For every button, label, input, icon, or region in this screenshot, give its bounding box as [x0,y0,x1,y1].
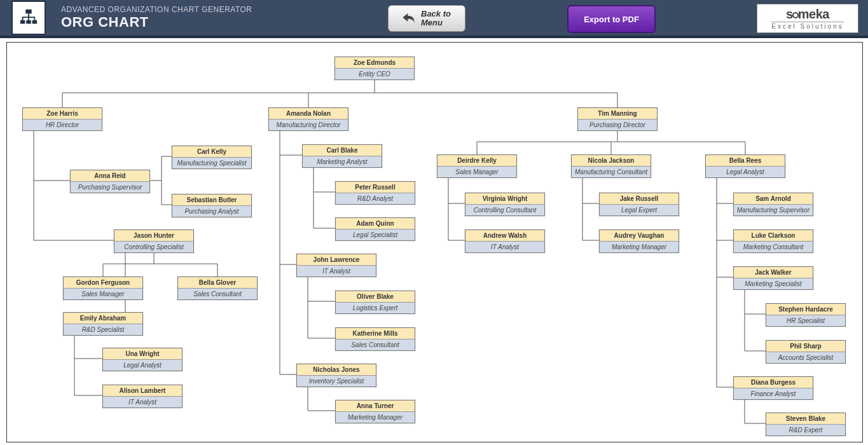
org-node: Jason HunterControlling Specialist [114,229,194,253]
org-node: John LawrenceIT Analyst [296,254,376,277]
node-role: Finance Analyst [734,388,813,399]
org-node: Peter RussellR&D Analyst [335,181,415,205]
node-role: Sales Manager [64,289,142,299]
node-role: Marketing Specialist [734,278,813,289]
node-name: Steven Blake [766,413,845,425]
node-name: Jack Walker [734,267,813,278]
node-role: Legal Analyst [706,167,785,177]
node-name: Adam Quinn [336,218,415,229]
node-name: Una Wright [103,348,182,360]
org-node: Bella GloverSales Consultant [177,277,258,300]
node-role: Entity CEO [335,69,414,79]
node-role: Marketing Analyst [303,156,382,167]
org-node: Anna TurnerMarketing Manager [335,400,415,423]
node-role: Legal Expert [600,205,679,216]
node-role: Purchasing Analyst [172,206,251,217]
node-name: Nicola Jackson [572,155,651,167]
node-role: Legal Analyst [103,360,182,371]
app-subtitle: ADVANCED ORGANIZATION CHART GENERATOR [61,5,252,14]
org-node: Luke ClarksonMarketing Consultant [733,229,813,253]
org-node: Stephen HardacreHR Specialist [766,303,846,327]
org-node: Amanda NolanManufacturing Director [268,107,348,131]
node-name: Bella Rees [706,155,785,167]
node-name: Luke Clarkson [734,230,813,242]
node-name: Sam Arnold [734,193,813,205]
node-name: Jason Hunter [114,230,193,242]
node-role: Controlling Specialist [114,242,193,252]
org-chart-canvas: Zoe EdmundsEntity CEOZoe HarrisHR Direct… [6,42,863,442]
org-node: Andrew WalshIT Analyst [465,229,545,253]
node-role: IT Analyst [297,266,376,277]
org-node: Anna ReidPurchasing Supervisor [70,170,150,193]
header-titles: ADVANCED ORGANIZATION CHART GENERATOR OR… [61,5,252,31]
org-node: Diana BurgessFinance Analyst [733,376,813,400]
svg-rect-2 [26,20,31,24]
node-role: Sales Consultant [178,289,257,299]
node-name: Amanda Nolan [269,108,348,120]
org-node: Zoe EdmundsEntity CEO [334,57,415,80]
undo-arrow-icon [401,10,417,27]
node-role: Purchasing Supervisor [71,182,149,193]
node-name: Zoe Harris [23,108,102,120]
node-role: Inventory Specialist [297,376,376,387]
node-name: Carl Kelly [172,146,251,158]
node-name: Gordon Ferguson [64,277,142,289]
back-to-menu-button[interactable]: Back to Menu [388,5,465,32]
export-pdf-button[interactable]: Export to PDF [567,5,656,33]
svg-rect-1 [20,20,25,24]
org-node: Phil SharpAccounts Specialist [766,340,846,364]
brand-logo: smeka Excel Solutions [757,4,858,33]
org-node: Jack WalkerMarketing Specialist [733,266,813,290]
org-node: Carl BlakeMarketing Analyst [302,144,382,168]
node-role: Manufacturing Specialist [172,158,251,168]
node-name: Stephen Hardacre [766,304,845,315]
node-name: Carl Blake [303,145,382,156]
org-node: Steven BlakeR&D Expert [766,413,846,436]
brand-name: smeka [786,7,829,22]
node-name: Nicholas Jones [297,364,376,376]
org-node: Gordon FergusonSales Manager [63,277,143,300]
org-node: Carl KellyManufacturing Specialist [172,146,252,169]
org-node: Jake RussellLegal Expert [599,193,679,216]
app-header: ADVANCED ORGANIZATION CHART GENERATOR OR… [0,0,868,38]
node-name: Sebastian Butler [172,195,251,206]
node-role: IT Analyst [465,242,544,252]
node-role: R&D Expert [766,425,845,435]
node-role: Manufacturing Supervisor [734,205,813,216]
org-node: Oliver BlakeLogistics Expert [335,291,415,314]
node-role: Logistics Expert [336,303,415,313]
org-node: Una WrightLegal Analyst [102,348,183,371]
node-role: Manufacturing Consultant [572,167,651,177]
org-node: Adam QuinnLegal Specialist [335,217,415,241]
export-button-label: Export to PDF [584,15,639,24]
org-node: Sam ArnoldManufacturing Supervisor [733,193,813,216]
node-name: Diana Burgess [734,377,813,388]
node-name: Phil Sharp [766,341,845,352]
app-title: ORG CHART [61,14,252,31]
node-name: Anna Reid [71,170,149,182]
svg-rect-3 [32,20,38,24]
org-node: Emily AbrahamR&D Specialist [63,312,143,336]
org-node: Bella ReesLegal Analyst [705,154,785,178]
org-node: Zoe HarrisHR Director [22,107,102,131]
node-role: Marketing Manager [336,412,415,423]
org-node: Virginia WrightControlling Consultant [465,193,545,216]
back-button-label: Back to Menu [421,10,453,28]
org-node: Tim ManningPurchasing Director [577,107,658,131]
node-role: Marketing Consultant [734,242,813,252]
node-name: Peter Russell [336,182,415,193]
node-name: Jake Russell [600,193,679,205]
node-role: HR Director [23,120,102,130]
node-role: IT Analyst [103,397,182,407]
org-chart-icon [11,1,46,35]
org-node: Audrey VaughanMarketing Manager [599,229,679,253]
node-role: R&D Specialist [64,324,142,335]
node-name: Audrey Vaughan [600,230,679,242]
node-name: Bella Glover [178,277,257,289]
node-role: Accounts Specialist [766,352,845,363]
node-name: Zoe Edmunds [335,57,414,69]
node-role: Controlling Consultant [465,205,544,216]
node-name: Alison Lambert [103,385,182,397]
node-name: Deirdre Kelly [437,155,516,167]
org-node: Sebastian ButlerPurchasing Analyst [172,194,252,217]
